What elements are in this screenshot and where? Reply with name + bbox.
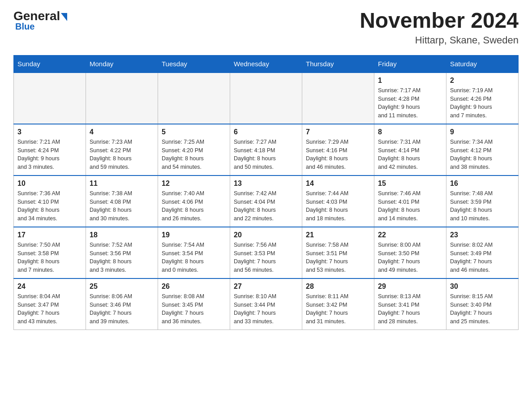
day-info: Sunrise: 8:11 AM Sunset: 3:42 PM Dayligh…: [306, 292, 370, 326]
day-info: Sunrise: 7:17 AM Sunset: 4:28 PM Dayligh…: [378, 86, 442, 120]
day-number: 11: [90, 180, 154, 188]
calendar-cell: 6Sunrise: 7:27 AM Sunset: 4:18 PM Daylig…: [230, 124, 302, 176]
calendar-cell: 21Sunrise: 7:58 AM Sunset: 3:51 PM Dayli…: [302, 227, 374, 278]
day-number: 7: [306, 128, 370, 136]
day-number: 15: [378, 180, 442, 188]
day-number: 26: [162, 283, 226, 291]
calendar-cell: 2Sunrise: 7:19 AM Sunset: 4:26 PM Daylig…: [446, 73, 519, 124]
calendar-cell: 24Sunrise: 8:04 AM Sunset: 3:47 PM Dayli…: [14, 278, 86, 330]
calendar-cell: 5Sunrise: 7:25 AM Sunset: 4:20 PM Daylig…: [158, 124, 230, 176]
day-info: Sunrise: 7:23 AM Sunset: 4:22 PM Dayligh…: [90, 138, 154, 171]
day-info: Sunrise: 7:38 AM Sunset: 4:08 PM Dayligh…: [90, 189, 154, 223]
weekday-header-thursday: Thursday: [302, 55, 374, 73]
day-number: 19: [162, 231, 226, 239]
calendar-cell: [302, 73, 374, 124]
day-number: 13: [234, 180, 298, 188]
day-info: Sunrise: 7:25 AM Sunset: 4:20 PM Dayligh…: [162, 138, 226, 171]
day-number: 28: [306, 283, 370, 291]
day-info: Sunrise: 7:46 AM Sunset: 4:01 PM Dayligh…: [378, 189, 442, 223]
location-title: Hittarp, Skane, Sweden: [360, 34, 519, 46]
calendar-cell: 19Sunrise: 7:54 AM Sunset: 3:54 PM Dayli…: [158, 227, 230, 278]
calendar-cell: 12Sunrise: 7:40 AM Sunset: 4:06 PM Dayli…: [158, 176, 230, 227]
day-info: Sunrise: 8:02 AM Sunset: 3:49 PM Dayligh…: [450, 241, 515, 274]
calendar-cell: 10Sunrise: 7:36 AM Sunset: 4:10 PM Dayli…: [14, 176, 86, 227]
day-number: 24: [17, 283, 82, 291]
day-info: Sunrise: 7:52 AM Sunset: 3:56 PM Dayligh…: [90, 241, 154, 274]
day-number: 20: [234, 231, 298, 239]
calendar-week-row: 10Sunrise: 7:36 AM Sunset: 4:10 PM Dayli…: [14, 176, 519, 227]
calendar-cell: 26Sunrise: 8:08 AM Sunset: 3:45 PM Dayli…: [158, 278, 230, 330]
calendar-cell: 3Sunrise: 7:21 AM Sunset: 4:24 PM Daylig…: [14, 124, 86, 176]
logo: General Blue: [13, 9, 67, 32]
weekday-header-row: SundayMondayTuesdayWednesdayThursdayFrid…: [14, 55, 519, 73]
day-info: Sunrise: 7:19 AM Sunset: 4:26 PM Dayligh…: [450, 86, 515, 120]
day-number: 22: [378, 231, 442, 239]
day-number: 16: [450, 180, 515, 188]
calendar-week-row: 1Sunrise: 7:17 AM Sunset: 4:28 PM Daylig…: [14, 73, 519, 124]
weekday-header-saturday: Saturday: [446, 55, 519, 73]
weekday-header-tuesday: Tuesday: [158, 55, 230, 73]
day-info: Sunrise: 7:21 AM Sunset: 4:24 PM Dayligh…: [17, 138, 82, 171]
day-number: 23: [450, 231, 515, 239]
calendar-cell: 27Sunrise: 8:10 AM Sunset: 3:44 PM Dayli…: [230, 278, 302, 330]
day-number: 4: [90, 128, 154, 136]
day-info: Sunrise: 7:29 AM Sunset: 4:16 PM Dayligh…: [306, 138, 370, 171]
calendar-cell: 11Sunrise: 7:38 AM Sunset: 4:08 PM Dayli…: [86, 176, 158, 227]
day-number: 25: [90, 283, 154, 291]
calendar-cell: 17Sunrise: 7:50 AM Sunset: 3:58 PM Dayli…: [14, 227, 86, 278]
logo-triangle-icon: [61, 13, 67, 21]
day-info: Sunrise: 8:15 AM Sunset: 3:40 PM Dayligh…: [450, 292, 515, 326]
calendar-cell: 15Sunrise: 7:46 AM Sunset: 4:01 PM Dayli…: [374, 176, 446, 227]
calendar-cell: 4Sunrise: 7:23 AM Sunset: 4:22 PM Daylig…: [86, 124, 158, 176]
calendar-cell: 28Sunrise: 8:11 AM Sunset: 3:42 PM Dayli…: [302, 278, 374, 330]
day-number: 30: [450, 283, 515, 291]
calendar-cell: [230, 73, 302, 124]
day-info: Sunrise: 7:50 AM Sunset: 3:58 PM Dayligh…: [17, 241, 82, 274]
page-header: General Blue November 2024 Hittarp, Skan…: [13, 9, 519, 46]
calendar-cell: 18Sunrise: 7:52 AM Sunset: 3:56 PM Dayli…: [86, 227, 158, 278]
calendar-cell: 9Sunrise: 7:34 AM Sunset: 4:12 PM Daylig…: [446, 124, 519, 176]
day-number: 12: [162, 180, 226, 188]
calendar-table: SundayMondayTuesdayWednesdayThursdayFrid…: [13, 55, 519, 330]
calendar-cell: 30Sunrise: 8:15 AM Sunset: 3:40 PM Dayli…: [446, 278, 519, 330]
day-info: Sunrise: 8:06 AM Sunset: 3:46 PM Dayligh…: [90, 292, 154, 326]
day-info: Sunrise: 7:44 AM Sunset: 4:03 PM Dayligh…: [306, 189, 370, 223]
day-number: 1: [378, 77, 442, 85]
day-number: 29: [378, 283, 442, 291]
calendar-cell: 20Sunrise: 7:56 AM Sunset: 3:53 PM Dayli…: [230, 227, 302, 278]
weekday-header-sunday: Sunday: [14, 55, 86, 73]
weekday-header-friday: Friday: [374, 55, 446, 73]
day-number: 17: [17, 231, 82, 239]
day-number: 5: [162, 128, 226, 136]
logo-blue: Blue: [15, 21, 67, 32]
calendar-cell: 29Sunrise: 8:13 AM Sunset: 3:41 PM Dayli…: [374, 278, 446, 330]
day-number: 27: [234, 283, 298, 291]
day-info: Sunrise: 7:27 AM Sunset: 4:18 PM Dayligh…: [234, 138, 298, 171]
month-title: November 2024: [360, 9, 519, 33]
day-info: Sunrise: 7:42 AM Sunset: 4:04 PM Dayligh…: [234, 189, 298, 223]
calendar-cell: 7Sunrise: 7:29 AM Sunset: 4:16 PM Daylig…: [302, 124, 374, 176]
calendar-cell: 25Sunrise: 8:06 AM Sunset: 3:46 PM Dayli…: [86, 278, 158, 330]
day-number: 10: [17, 180, 82, 188]
day-info: Sunrise: 7:54 AM Sunset: 3:54 PM Dayligh…: [162, 241, 226, 274]
day-info: Sunrise: 7:58 AM Sunset: 3:51 PM Dayligh…: [306, 241, 370, 274]
day-info: Sunrise: 7:36 AM Sunset: 4:10 PM Dayligh…: [17, 189, 82, 223]
calendar-cell: 8Sunrise: 7:31 AM Sunset: 4:14 PM Daylig…: [374, 124, 446, 176]
calendar-week-row: 17Sunrise: 7:50 AM Sunset: 3:58 PM Dayli…: [14, 227, 519, 278]
day-number: 3: [17, 128, 82, 136]
calendar-cell: 14Sunrise: 7:44 AM Sunset: 4:03 PM Dayli…: [302, 176, 374, 227]
calendar-cell: [158, 73, 230, 124]
day-info: Sunrise: 7:34 AM Sunset: 4:12 PM Dayligh…: [450, 138, 515, 171]
day-number: 2: [450, 77, 515, 85]
day-info: Sunrise: 8:08 AM Sunset: 3:45 PM Dayligh…: [162, 292, 226, 326]
calendar-cell: [86, 73, 158, 124]
calendar-cell: 16Sunrise: 7:48 AM Sunset: 3:59 PM Dayli…: [446, 176, 519, 227]
day-number: 8: [378, 128, 442, 136]
day-number: 18: [90, 231, 154, 239]
day-info: Sunrise: 7:40 AM Sunset: 4:06 PM Dayligh…: [162, 189, 226, 223]
calendar-cell: 13Sunrise: 7:42 AM Sunset: 4:04 PM Dayli…: [230, 176, 302, 227]
weekday-header-monday: Monday: [86, 55, 158, 73]
day-info: Sunrise: 8:00 AM Sunset: 3:50 PM Dayligh…: [378, 241, 442, 274]
weekday-header-wednesday: Wednesday: [230, 55, 302, 73]
calendar-cell: 1Sunrise: 7:17 AM Sunset: 4:28 PM Daylig…: [374, 73, 446, 124]
